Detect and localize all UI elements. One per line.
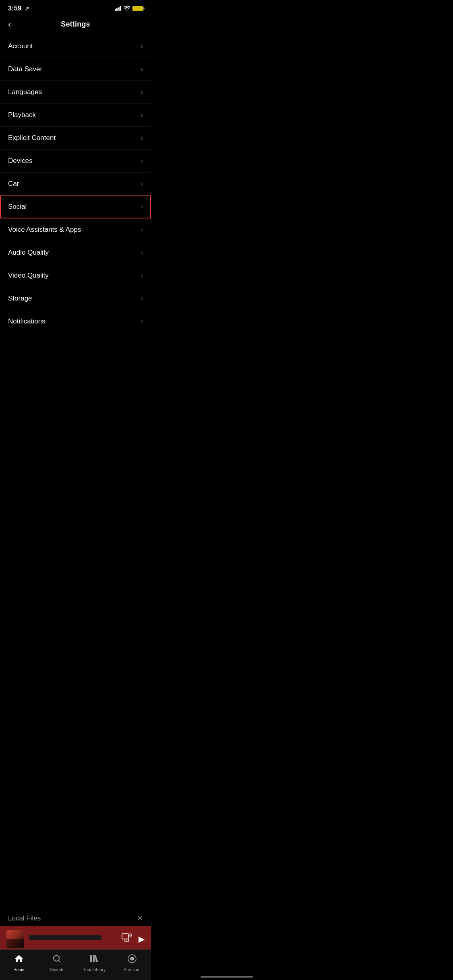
chevron-right-icon: › [141,180,143,187]
chevron-right-icon: › [141,111,143,119]
settings-label-car: Car [8,180,19,188]
settings-item-account[interactable]: Account › [0,35,151,58]
settings-item-storage[interactable]: Storage › [0,287,151,310]
back-button[interactable]: ‹ [8,19,11,30]
settings-label-devices: Devices [8,157,32,165]
chevron-right-icon: › [141,157,143,165]
settings-label-languages: Languages [8,88,42,96]
settings-item-voice-assistants[interactable]: Voice Assistants & Apps › [0,218,151,241]
chevron-right-icon: › [141,89,143,96]
settings-item-audio-quality[interactable]: Audio Quality › [0,241,151,264]
settings-label-playback: Playback [8,111,36,119]
status-time: 3:59 ↗ [8,5,29,12]
settings-label-social: Social [8,203,27,211]
chevron-right-icon: › [141,203,143,210]
settings-item-notifications[interactable]: Notifications › [0,310,151,333]
settings-item-social[interactable]: Social › [0,196,151,218]
chevron-right-icon: › [141,66,143,73]
chevron-right-icon: › [141,226,143,233]
signal-bars [115,6,122,11]
settings-label-account: Account [8,42,33,50]
chevron-right-icon: › [141,134,143,142]
settings-item-car[interactable]: Car › [0,173,151,196]
chevron-right-icon: › [141,295,143,302]
status-bar: 3:59 ↗ [0,0,151,15]
chevron-right-icon: › [141,272,143,279]
settings-label-audio-quality: Audio Quality [8,249,49,257]
settings-label-voice-assistants: Voice Assistants & Apps [8,226,81,234]
wifi-icon [124,5,130,12]
settings-item-video-quality[interactable]: Video Quality › [0,264,151,287]
settings-label-storage: Storage [8,294,32,303]
settings-item-playback[interactable]: Playback › [0,104,151,127]
chevron-right-icon: › [141,249,143,256]
location-icon: ↗ [25,6,29,12]
chevron-right-icon: › [141,43,143,50]
status-icons [115,5,143,12]
settings-label-notifications: Notifications [8,317,46,325]
settings-label-video-quality: Video Quality [8,272,49,280]
header-title: Settings [61,20,90,29]
settings-list: Account › Data Saver › Languages › Playb… [0,35,151,333]
settings-item-explicit-content[interactable]: Explicit Content › [0,127,151,150]
header: ‹ Settings [0,15,151,35]
settings-label-data-saver: Data Saver [8,65,42,73]
chevron-right-icon: › [141,318,143,325]
settings-item-data-saver[interactable]: Data Saver › [0,58,151,81]
settings-item-languages[interactable]: Languages › [0,81,151,104]
settings-item-devices[interactable]: Devices › [0,150,151,173]
battery-icon [132,6,143,11]
settings-label-explicit-content: Explicit Content [8,134,56,142]
